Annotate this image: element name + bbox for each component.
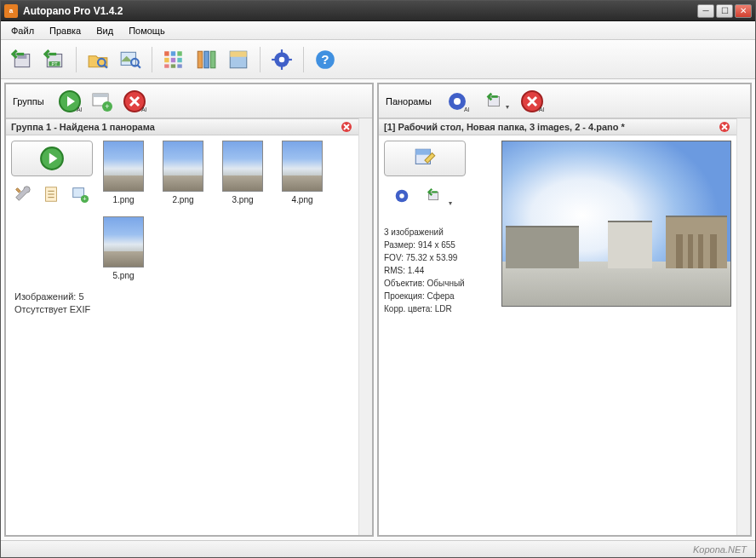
help-icon: ? — [314, 49, 336, 71]
export-icon — [484, 90, 506, 112]
main-area: Группы All + All Группа 1 - Найдена 1 па… — [1, 79, 755, 540]
svg-rect-29 — [289, 58, 292, 60]
settings-button[interactable] — [267, 45, 296, 74]
tools-button[interactable] — [11, 183, 33, 205]
svg-rect-14 — [171, 57, 175, 61]
thumbnail[interactable]: 5.png — [101, 216, 146, 280]
window-add-icon: + — [90, 89, 114, 113]
open-image-button[interactable] — [116, 45, 145, 74]
pano-info-lens: Объектив: Обычный — [384, 277, 495, 290]
delete-all-groups-button[interactable]: All — [121, 88, 148, 115]
pano-info-proj: Проекция: Сфера — [384, 290, 495, 302]
svg-text:+: + — [83, 195, 86, 203]
thumbnails: 1.png 2.png 3.png 4.png 5.png — [101, 141, 353, 280]
detect-all-button[interactable]: All — [56, 88, 83, 115]
menu-edit[interactable]: Правка — [43, 24, 88, 37]
group-controls: + — [11, 141, 94, 280]
pano-info: 3 изображений Размер: 914 x 655 FOV: 75.… — [384, 226, 495, 315]
pano-info-images: 3 изображений — [384, 226, 495, 239]
statusbar: Kopona.NET — [1, 540, 755, 557]
pano-preview[interactable] — [501, 141, 731, 307]
app-window: a Autopano Pro V1.4.2 ─ ☐ ✕ Файл Правка … — [0, 0, 756, 558]
export-all-button[interactable] — [476, 88, 513, 115]
titlebar: a Autopano Pro V1.4.2 ─ ☐ ✕ — [1, 1, 755, 21]
groups-scrollbar[interactable] — [358, 118, 372, 535]
thumb-image — [222, 141, 263, 192]
svg-rect-59 — [415, 149, 430, 154]
save-project-button[interactable] — [8, 45, 37, 74]
single-pane-icon — [227, 49, 249, 71]
image-count: Изображений: 5 — [14, 291, 350, 303]
close-button[interactable]: ✕ — [735, 4, 752, 18]
svg-text:PT: PT — [52, 60, 59, 66]
svg-point-25 — [279, 56, 285, 62]
pano-body: ▾ 3 изображений Размер: 914 x 655 FOV: 7… — [379, 135, 736, 320]
close-red-icon — [341, 121, 352, 133]
svg-rect-15 — [177, 57, 181, 61]
watermark: Kopona.NET — [693, 544, 747, 555]
wrench-icon — [13, 185, 32, 204]
floppy-pt-icon: PT — [43, 49, 66, 71]
panoramas-label: Панорамы — [386, 96, 432, 106]
thumb-label: 3.png — [220, 195, 265, 204]
pano-settings-button[interactable] — [391, 185, 413, 207]
menubar: Файл Правка Вид Помощь — [1, 21, 755, 40]
close-group-button[interactable] — [340, 120, 353, 134]
add-images-button[interactable]: + — [69, 183, 91, 205]
exif-status: Отсутствует EXIF — [14, 303, 350, 316]
pano-info-fov: FOV: 75.32 x 53.99 — [384, 251, 495, 264]
svg-text:All: All — [464, 106, 469, 112]
menu-view[interactable]: Вид — [89, 24, 120, 37]
properties-button[interactable] — [40, 183, 62, 205]
delete-all-panos-button[interactable]: All — [518, 88, 546, 115]
svg-rect-18 — [177, 64, 181, 67]
panos-scrollbar[interactable] — [736, 118, 750, 535]
svg-rect-27 — [281, 66, 283, 69]
svg-text:All: All — [141, 106, 146, 112]
svg-point-61 — [399, 193, 404, 198]
play-icon — [39, 146, 65, 171]
columns-icon — [195, 49, 217, 71]
menu-help[interactable]: Помощь — [122, 24, 172, 37]
window-title: Autopano Pro V1.4.2 — [23, 5, 697, 17]
layout-single-button[interactable] — [224, 45, 253, 74]
thumbnail[interactable]: 1.png — [101, 141, 146, 204]
thumb-label: 1.png — [101, 195, 146, 204]
layout-grid-button[interactable] — [159, 45, 188, 74]
minimize-button[interactable]: ─ — [697, 4, 714, 18]
thumbnail[interactable]: 3.png — [220, 141, 265, 204]
group-footer: Изображений: 5 Отсутствует EXIF — [6, 285, 358, 322]
chevron-down-icon: ▾ — [449, 199, 452, 207]
close-pano-button[interactable] — [718, 120, 731, 134]
menu-file[interactable]: Файл — [4, 24, 41, 37]
main-toolbar: PT ? — [1, 40, 755, 79]
thumbnail[interactable]: 4.png — [280, 141, 324, 204]
panoramas-panel: Панорамы All All [1] Рабочий стол, Новая… — [377, 83, 752, 537]
thumbnail[interactable]: 2.png — [161, 141, 205, 204]
detect-group-button[interactable] — [11, 141, 93, 176]
pano-export-button[interactable]: ▾ — [423, 185, 445, 207]
close-red-icon — [719, 121, 730, 133]
svg-rect-10 — [164, 51, 169, 55]
edit-pano-button[interactable] — [384, 141, 466, 176]
layout-columns-button[interactable] — [192, 45, 220, 74]
new-group-button[interactable]: + — [89, 88, 116, 115]
folder-search-icon — [87, 49, 109, 71]
maximize-button[interactable]: ☐ — [716, 4, 733, 18]
svg-rect-23 — [230, 51, 247, 57]
svg-rect-21 — [210, 51, 215, 68]
pano-info-rms: RMS: 1.44 — [384, 264, 495, 277]
help-button[interactable]: ? — [311, 45, 340, 74]
open-folder-button[interactable] — [83, 45, 112, 74]
svg-rect-20 — [204, 51, 209, 68]
svg-text:All: All — [77, 106, 82, 112]
svg-rect-26 — [281, 49, 283, 53]
pano-title-bar: [1] Рабочий стол, Новая папка, 3 images,… — [379, 118, 736, 135]
play-all-icon: All — [58, 89, 82, 113]
render-all-button[interactable]: All — [444, 88, 471, 115]
svg-rect-36 — [93, 94, 108, 97]
groups-panel: Группы All + All Группа 1 - Найдена 1 па… — [4, 83, 374, 537]
thumb-image — [282, 141, 323, 192]
save-template-button[interactable]: PT — [40, 45, 69, 74]
thumb-image — [103, 216, 144, 267]
